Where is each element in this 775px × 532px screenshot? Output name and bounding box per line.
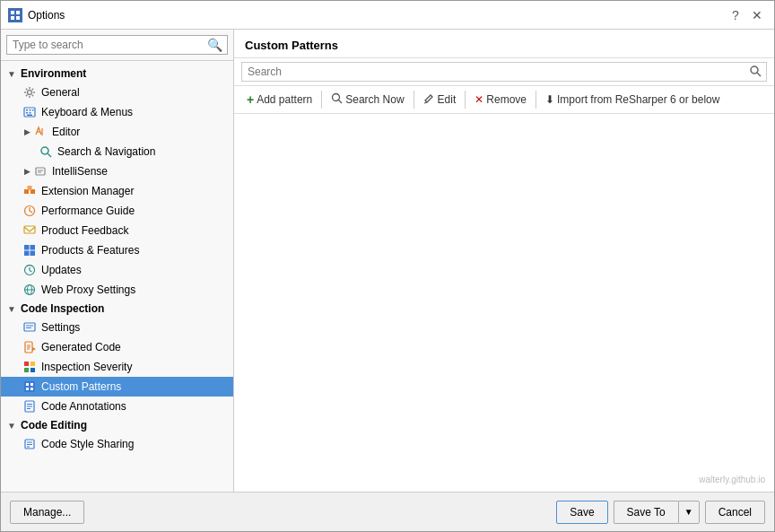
svg-rect-8 (30, 109, 31, 111)
add-icon: + (247, 92, 254, 107)
save-to-dropdown-button[interactable]: ▼ (678, 501, 700, 524)
remove-button[interactable]: ✕ Remove (469, 91, 532, 109)
tree-item-prod-features[interactable]: Products & Features (1, 240, 233, 260)
toolbar-separator-3 (465, 91, 466, 109)
ci-settings-label: Settings (41, 321, 80, 334)
close-button[interactable]: ✕ (747, 5, 767, 25)
intellisense-expand-icon: ▶ (22, 167, 31, 176)
tree-item-intellisense[interactable]: ▶ IntelliSense (1, 161, 233, 181)
right-search-container (234, 58, 774, 86)
inspection-severity-label: Inspection Severity (41, 361, 132, 373)
tree-item-perf-guide[interactable]: Performance Guide (1, 201, 233, 221)
toolbar-separator-1 (321, 91, 322, 109)
svg-rect-7 (26, 109, 28, 111)
svg-rect-17 (36, 168, 45, 175)
svg-rect-25 (24, 245, 30, 250)
tree-item-web-proxy[interactable]: Web Proxy Settings (1, 280, 233, 300)
right-search-input[interactable] (241, 62, 767, 82)
title-bar: Options ? ✕ (1, 1, 774, 30)
section-code-inspection[interactable]: ▼ Code Inspection (1, 300, 233, 318)
tree-item-inspection-severity[interactable]: Inspection Severity (1, 357, 233, 377)
search-input[interactable] (6, 35, 228, 55)
tree-item-generated-code[interactable]: Generated Code (1, 337, 233, 357)
editor-expand-icon: ▶ (22, 127, 31, 136)
toolbar-separator-4 (536, 91, 536, 109)
svg-rect-49 (30, 388, 33, 390)
prod-feedback-label: Product Feedback (41, 224, 128, 237)
import-button[interactable]: ⬇ Import from ReSharper 6 or below (540, 91, 725, 109)
svg-rect-1 (11, 11, 14, 14)
dialog-title: Options (28, 9, 720, 22)
tree-item-search-nav[interactable]: Search & Navigation (1, 142, 233, 161)
svg-rect-43 (24, 368, 29, 372)
svg-rect-12 (27, 115, 32, 117)
collapse-icon: ▼ (6, 68, 17, 79)
help-button[interactable]: ? (726, 5, 745, 25)
toolbar-separator-2 (414, 91, 414, 109)
svg-line-61 (339, 100, 343, 104)
tree-item-prod-feedback[interactable]: Product Feedback (1, 221, 233, 240)
editor-label: Editor (52, 126, 80, 138)
tree-item-editor[interactable]: ▶ Editor (1, 122, 233, 142)
tree-item-code-style-sharing[interactable]: Code Style Sharing (1, 434, 233, 454)
tree-item-updates[interactable]: Updates (1, 260, 233, 280)
keyboard-label: Keyboard & Menus (41, 106, 133, 118)
svg-rect-3 (11, 16, 14, 20)
save-to-split: Save To ▼ (614, 501, 700, 524)
search-nav-label: Search & Navigation (57, 145, 155, 158)
svg-point-15 (41, 147, 48, 154)
intellisense-icon (33, 164, 48, 179)
watermark: walterly.github.io (699, 475, 765, 484)
svg-rect-42 (30, 362, 35, 366)
save-to-button[interactable]: Save To (614, 501, 678, 524)
cancel-button[interactable]: Cancel (705, 501, 765, 524)
svg-rect-33 (24, 323, 35, 331)
right-toolbar: + Add pattern Search Now Edit (234, 86, 774, 114)
svg-rect-0 (8, 8, 22, 22)
code-annotations-label: Code Annotations (41, 400, 126, 413)
remove-icon: ✕ (475, 93, 483, 106)
collapse-ci-icon: ▼ (6, 303, 17, 314)
svg-rect-26 (30, 245, 36, 250)
save-button[interactable]: Save (556, 501, 607, 524)
bottom-right: Save Save To ▼ Cancel (556, 501, 765, 524)
tree-container: ▼ Environment General Keyboard & Menus (1, 61, 233, 492)
tree-item-general[interactable]: General (1, 83, 233, 102)
svg-marker-40 (32, 347, 36, 351)
search-now-icon (331, 92, 343, 107)
generated-code-icon (22, 340, 37, 354)
svg-point-60 (333, 94, 340, 101)
section-environment-label: Environment (21, 67, 86, 80)
section-code-editing[interactable]: ▼ Code Editing (1, 416, 233, 434)
generated-code-label: Generated Code (41, 341, 121, 353)
inspection-severity-icon (22, 360, 37, 374)
svg-point-58 (751, 66, 758, 74)
tree-item-custom-patterns[interactable]: Custom Patterns (1, 377, 233, 397)
search-icon: 🔍 (207, 38, 222, 52)
right-panel-title: Custom Patterns (234, 30, 774, 58)
tree-item-ext-manager[interactable]: Extension Manager (1, 181, 233, 201)
svg-rect-2 (16, 11, 20, 14)
svg-rect-27 (24, 251, 30, 257)
keyboard-icon (22, 105, 37, 119)
title-bar-controls: ? ✕ (726, 5, 767, 25)
section-environment[interactable]: ▼ Environment (1, 65, 233, 83)
intellisense-label: IntelliSense (52, 165, 108, 178)
collapse-ce-icon: ▼ (6, 420, 17, 431)
custom-patterns-label: Custom Patterns (41, 380, 121, 393)
search-now-button[interactable]: Search Now (326, 90, 409, 109)
manage-button[interactable]: Manage... (10, 501, 84, 524)
svg-rect-28 (30, 251, 36, 257)
general-icon (22, 85, 37, 100)
tree-item-code-annotations[interactable]: Code Annotations (1, 397, 233, 416)
svg-rect-45 (24, 381, 35, 392)
add-pattern-button[interactable]: + Add pattern (241, 90, 318, 109)
tree-item-keyboard[interactable]: Keyboard & Menus (1, 102, 233, 122)
svg-line-59 (757, 73, 761, 76)
svg-rect-47 (30, 383, 33, 386)
right-panel: Custom Patterns + Add pattern Sea (234, 30, 774, 492)
svg-rect-22 (28, 186, 32, 190)
tree-item-settings[interactable]: Settings (1, 318, 233, 337)
edit-button[interactable]: Edit (418, 90, 462, 109)
left-panel: 🔍 ▼ Environment General (1, 30, 234, 492)
